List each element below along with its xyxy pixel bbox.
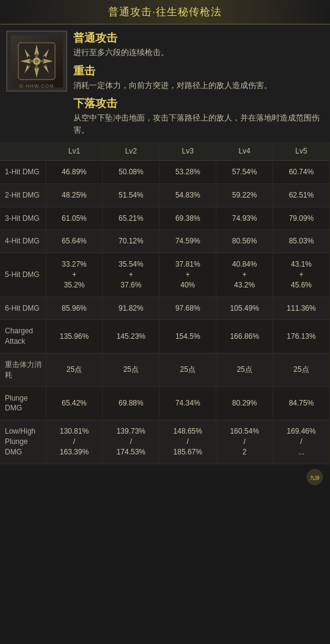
row-value: 80.29% xyxy=(216,387,273,420)
row-value: 91.82% xyxy=(103,297,160,320)
svg-text:九游: 九游 xyxy=(310,475,320,481)
row-label: Low/High Plunge DMG xyxy=(0,420,46,464)
row-value: 130.81%/163.39% xyxy=(46,420,103,464)
row-value: 139.73%/174.53% xyxy=(103,420,160,464)
row-value: 69.38% xyxy=(160,207,216,230)
row-value: 25点 xyxy=(46,353,103,387)
row-value: 97.68% xyxy=(160,297,216,320)
row-value: 74.59% xyxy=(160,230,216,253)
row-value: 154.5% xyxy=(160,320,216,353)
row-value: 65.21% xyxy=(103,207,160,230)
plunge-attack-heading: 下落攻击 xyxy=(73,96,324,111)
row-value: 169.46%/... xyxy=(273,420,330,464)
table-row: Low/High Plunge DMG130.81%/163.39%139.73… xyxy=(0,420,330,464)
row-value: 37.81%+40% xyxy=(160,253,216,297)
row-label: Charged Attack xyxy=(0,320,46,353)
row-value: 79.09% xyxy=(273,207,330,230)
row-label: 1-Hit DMG xyxy=(0,161,46,184)
row-value: 46.89% xyxy=(46,161,103,184)
row-value: 70.12% xyxy=(103,230,160,253)
table-row: 5-Hit DMG33.27%+35.2%35.54%+37.6%37.81%+… xyxy=(0,253,330,297)
row-value: 105.49% xyxy=(216,297,273,320)
row-value: 25点 xyxy=(160,353,216,387)
col-header-label xyxy=(0,142,46,161)
row-value: 50.08% xyxy=(103,161,160,184)
row-value: 35.54%+37.6% xyxy=(103,253,160,297)
normal-attack-text: 进行至多六段的连续枪击。 xyxy=(73,46,324,59)
bottom-logo: 九游 xyxy=(306,468,324,487)
title-bar: 普通攻击·往生秘传枪法 xyxy=(0,0,330,24)
row-value: 48.25% xyxy=(46,183,103,207)
row-label: 2-Hit DMG xyxy=(0,183,46,207)
row-value: 85.03% xyxy=(273,230,330,253)
col-header-lv3: Lv3 xyxy=(160,142,216,161)
plunge-attack-text: 从空中下坠冲击地面，攻击下落路径上的敌人，并在落地时造成范围伤害。 xyxy=(73,112,324,136)
col-header-lv1: Lv1 xyxy=(46,142,103,161)
col-header-lv2: Lv2 xyxy=(103,142,160,161)
row-value: 25点 xyxy=(273,353,330,387)
row-value: 148.65%/185.67% xyxy=(160,420,216,464)
table-row: 重击体力消耗25点25点25点25点25点 xyxy=(0,353,330,387)
row-value: 54.83% xyxy=(160,183,216,207)
charged-attack-section: 重击 消耗一定体力，向前方突进，对路径上的敌人造成伤害。 xyxy=(73,64,324,92)
table-row: 1-Hit DMG46.89%50.08%53.28%57.54%60.74% xyxy=(0,161,330,184)
table-row: 4-Hit DMG65.64%70.12%74.59%80.56%85.03% xyxy=(0,230,330,253)
row-value: 160.54%/2 xyxy=(216,420,273,464)
row-label: 3-Hit DMG xyxy=(0,207,46,230)
row-value: 166.86% xyxy=(216,320,273,353)
row-value: 135.96% xyxy=(46,320,103,353)
row-value: 62.51% xyxy=(273,183,330,207)
plunge-attack-section: 下落攻击 从空中下坠冲击地面，攻击下落路径上的敌人，并在落地时造成范围伤害。 xyxy=(73,96,324,136)
col-header-lv4: Lv4 xyxy=(216,142,273,161)
row-value: 43.1%+45.6% xyxy=(273,253,330,297)
stats-table-wrapper: Lv1 Lv2 Lv3 Lv4 Lv5 1-Hit DMG46.89%50.08… xyxy=(0,142,330,464)
row-value: 33.27%+35.2% xyxy=(46,253,103,297)
row-value: 111.36% xyxy=(273,297,330,320)
row-label: 4-Hit DMG xyxy=(0,230,46,253)
row-value: 65.42% xyxy=(46,387,103,420)
row-label: Plunge DMG xyxy=(0,387,46,420)
col-header-lv5: Lv5 xyxy=(273,142,330,161)
skill-icon: G-HHW.COM xyxy=(6,31,67,92)
row-value: 74.93% xyxy=(216,207,273,230)
row-value: 84.75% xyxy=(273,387,330,420)
watermark: G-HHW.COM xyxy=(7,83,66,89)
skill-descriptions: 普通攻击 进行至多六段的连续枪击。 重击 消耗一定体力，向前方突进，对路径上的敌… xyxy=(73,31,324,136)
row-value: 80.56% xyxy=(216,230,273,253)
row-value: 74.34% xyxy=(160,387,216,420)
svg-rect-12 xyxy=(24,60,49,62)
charged-attack-heading: 重击 xyxy=(73,64,324,78)
row-value: 40.84%+43.2% xyxy=(216,253,273,297)
table-row: 3-Hit DMG61.05%65.21%69.38%74.93%79.09% xyxy=(0,207,330,230)
row-value: 53.28% xyxy=(160,161,216,184)
row-value: 59.22% xyxy=(216,183,273,207)
row-value: 25点 xyxy=(103,353,160,387)
page-title: 普通攻击·往生秘传枪法 xyxy=(108,6,222,18)
table-row: Plunge DMG65.42%69.88%74.34%80.29%84.75% xyxy=(0,387,330,420)
row-value: 85.96% xyxy=(46,297,103,320)
row-label: 重击体力消耗 xyxy=(0,353,46,387)
row-value: 57.54% xyxy=(216,161,273,184)
table-row: Charged Attack135.96%145.23%154.5%166.86… xyxy=(0,320,330,353)
normal-attack-heading: 普通攻击 xyxy=(73,31,324,45)
row-value: 60.74% xyxy=(273,161,330,184)
row-value: 69.88% xyxy=(103,387,160,420)
table-row: 2-Hit DMG48.25%51.54%54.83%59.22%62.51% xyxy=(0,183,330,207)
row-value: 65.64% xyxy=(46,230,103,253)
table-header-row: Lv1 Lv2 Lv3 Lv4 Lv5 xyxy=(0,142,330,161)
table-row: 6-Hit DMG85.96%91.82%97.68%105.49%111.36… xyxy=(0,297,330,320)
row-value: 176.13% xyxy=(273,320,330,353)
row-value: 25点 xyxy=(216,353,273,387)
row-label: 5-Hit DMG xyxy=(0,253,46,297)
row-value: 61.05% xyxy=(46,207,103,230)
row-value: 145.23% xyxy=(103,320,160,353)
row-label: 6-Hit DMG xyxy=(0,297,46,320)
charged-attack-text: 消耗一定体力，向前方突进，对路径上的敌人造成伤害。 xyxy=(73,80,324,92)
row-value: 51.54% xyxy=(103,183,160,207)
normal-attack-section: 普通攻击 进行至多六段的连续枪击。 xyxy=(73,31,324,59)
